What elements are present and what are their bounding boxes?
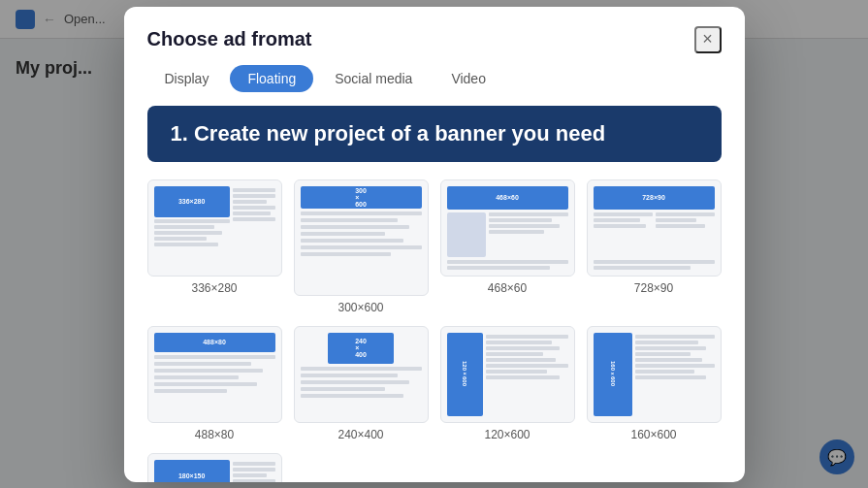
format-label-468x60: 468×60 <box>488 281 527 295</box>
format-preview-728x90: 728×90 <box>587 179 722 277</box>
modal-body: 336×280 <box>124 172 745 482</box>
modal: Choose ad fromat × Display Floating Soci… <box>124 7 745 482</box>
format-card-488x80[interactable]: 488×80 488×80 <box>147 326 282 441</box>
preview-blue-wide: 336×280 <box>154 186 230 218</box>
format-card-120x600[interactable]: 120×600 <box>440 326 575 441</box>
format-label-300x600: 300×600 <box>338 301 383 314</box>
format-card-728x90[interactable]: 728×90 <box>587 179 722 314</box>
preview-300x600-blue: 300×600 <box>301 186 422 209</box>
format-preview-120x600: 120×600 <box>440 326 575 423</box>
preview-488x80-blue: 488×80 <box>154 333 275 353</box>
modal-title: Choose ad fromat <box>147 28 312 50</box>
tab-social[interactable]: Social media <box>317 65 430 92</box>
format-label-240x400: 240×400 <box>338 428 383 441</box>
format-label-336x280: 336×280 <box>191 281 237 295</box>
preview-120x600-blue: 120×600 <box>447 333 484 416</box>
modal-overlay: Choose ad fromat × Display Floating Soci… <box>0 0 868 488</box>
format-card-300x600[interactable]: 300×600 300×600 <box>294 179 429 314</box>
tabs-row: Display Floating Social media Video <box>124 53 745 92</box>
tab-video[interactable]: Video <box>434 65 503 92</box>
format-label-488x80: 488×80 <box>195 428 234 441</box>
format-card-468x60[interactable]: 468×60 <box>440 179 575 314</box>
format-card-180x150[interactable]: 180×150 <box>147 453 282 482</box>
banner-highlight-text: 1. Create new project of a banner you ne… <box>171 121 606 146</box>
format-label-160x600: 160×600 <box>630 428 676 441</box>
format-card-240x400[interactable]: 240×400 240×400 <box>294 326 429 441</box>
format-label-120x600: 120×600 <box>484 428 530 441</box>
banner-highlight: 1. Create new project of a banner you ne… <box>147 106 722 162</box>
close-button[interactable]: × <box>694 26 722 53</box>
preview-180x150-blue: 180×150 <box>154 460 230 482</box>
modal-header: Choose ad fromat × <box>124 7 745 53</box>
format-preview-180x150: 180×150 <box>147 453 282 482</box>
format-preview-468x60: 468×60 <box>440 179 575 277</box>
tab-display[interactable]: Display <box>147 65 227 92</box>
format-preview-300x600: 300×600 <box>294 179 429 296</box>
preview-240x400-blue: 240×400 <box>328 333 395 365</box>
format-card-160x600[interactable]: 160×600 <box>587 326 722 441</box>
format-preview-160x600: 160×600 <box>587 326 722 423</box>
formats-grid: 336×280 <box>147 172 722 482</box>
format-card-336x280[interactable]: 336×280 <box>147 179 282 314</box>
preview-468x60-blue: 468×60 <box>447 186 568 210</box>
format-preview-488x80: 488×80 <box>147 326 282 423</box>
preview-728x90-blue: 728×90 <box>594 186 715 210</box>
format-preview-336x280: 336×280 <box>147 179 282 277</box>
tab-floating[interactable]: Floating <box>230 65 313 92</box>
format-preview-240x400: 240×400 <box>294 326 429 423</box>
format-label-728x90: 728×90 <box>634 281 673 295</box>
preview-160x600-blue: 160×600 <box>594 333 632 416</box>
